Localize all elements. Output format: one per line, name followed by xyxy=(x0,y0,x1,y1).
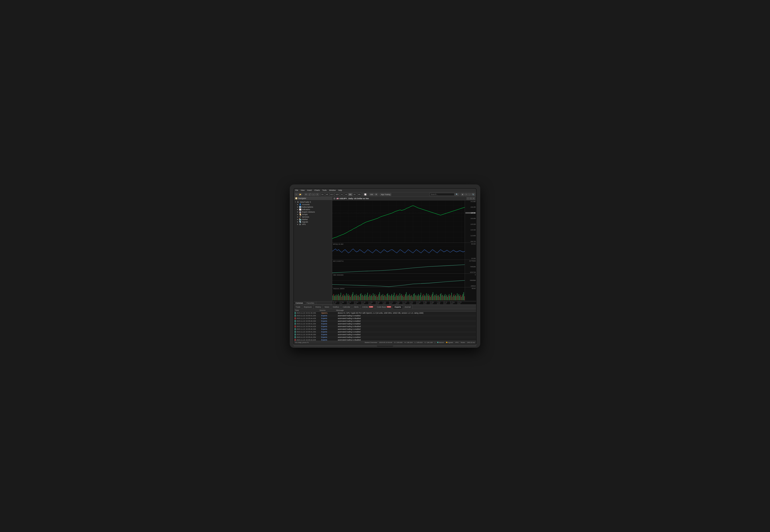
toolbar-compile[interactable]: ⚙ xyxy=(374,193,378,196)
toolbar-zoom-in[interactable]: + xyxy=(465,193,468,196)
svg-rect-71 xyxy=(362,295,363,300)
time-axis-content: 30 Jul 2021 14 Sep 2021 28 Oct 2021 13 D… xyxy=(332,301,464,304)
chart-close-btn[interactable]: × xyxy=(333,197,335,200)
toolbar-tf-h4[interactable]: H4 xyxy=(344,193,348,196)
menu-file[interactable]: File xyxy=(295,189,298,191)
time-label-13: 19 Jan 2023 xyxy=(416,301,423,304)
status-tester[interactable]: Tester xyxy=(461,342,465,343)
toolbar-zoom-out[interactable]: - xyxy=(468,193,471,196)
nav-tab-common[interactable]: Common xyxy=(294,302,305,305)
toolbar-screenshot[interactable]: 📷 xyxy=(471,193,475,196)
toolbar-tf-d1[interactable]: D1 xyxy=(348,193,352,196)
log-source: Experts xyxy=(321,339,338,341)
toolbar-tf-w1[interactable]: W1 xyxy=(353,193,357,196)
toolbar-open[interactable]: 📂 xyxy=(298,193,302,196)
toolbar-linechart[interactable]: 📈 xyxy=(363,193,367,196)
menu-charts[interactable]: Charts xyxy=(314,189,320,191)
toolbar-crosshair[interactable]: ✛ xyxy=(304,193,308,196)
svg-rect-176 xyxy=(447,297,448,300)
term-tab-history[interactable]: History xyxy=(313,305,323,309)
menu-insert[interactable]: Insert xyxy=(307,189,312,191)
market-overview-label[interactable]: Market Overview xyxy=(365,342,377,343)
svg-rect-112 xyxy=(396,295,396,300)
term-tab-alerts[interactable]: Alerts xyxy=(352,305,360,309)
svg-rect-59 xyxy=(353,292,353,300)
term-tab-experts[interactable]: Experts xyxy=(393,305,403,309)
term-tab-journal[interactable]: Journal xyxy=(403,305,413,309)
svg-rect-122 xyxy=(404,297,404,300)
svg-rect-62 xyxy=(355,295,355,300)
toolbar-algo[interactable]: Algo Trading xyxy=(380,193,391,196)
toolbar-tf-mn[interactable]: MN xyxy=(357,193,361,196)
toolbar-search-btn[interactable]: 🔍 xyxy=(455,193,459,196)
navigator-header: 🧭 Navigator xyxy=(294,197,332,200)
nav-item-accounts[interactable]: ▶ 👤 Accounts xyxy=(294,203,332,206)
log-indicator xyxy=(295,323,295,325)
svg-rect-39 xyxy=(336,295,337,300)
log-indicator xyxy=(295,312,295,314)
navigator-title: Navigator xyxy=(298,197,306,199)
svg-rect-66 xyxy=(358,295,359,300)
chart-close-window-btn[interactable]: × xyxy=(473,197,475,200)
nav-item-subscriptions[interactable]: ▶ 📧 Subscriptions xyxy=(294,206,332,208)
term-tab-articles[interactable]: Articles 1195 xyxy=(360,305,375,309)
toolbar-tf-m1[interactable]: M1 xyxy=(321,193,325,196)
menu-tools[interactable]: Tools xyxy=(322,189,326,191)
nav-arrow-ea: ▶ xyxy=(297,211,298,213)
chart-minimize-btn[interactable]: − xyxy=(467,197,469,200)
toolbar-ide[interactable]: IDE xyxy=(369,193,374,196)
terminal-content: Time Source Message 2023.11.22 15:31:30.… xyxy=(294,309,476,341)
log-message: automated trading is disabled xyxy=(338,325,475,327)
svg-rect-126 xyxy=(407,296,408,300)
time-label-16: 2 Jun 2023 xyxy=(437,301,443,304)
toolbar-text[interactable]: T xyxy=(316,193,319,196)
toolbar-new[interactable]: + xyxy=(295,193,298,196)
menu-help[interactable]: Help xyxy=(338,189,342,191)
svg-rect-117 xyxy=(400,293,400,300)
chart-panel-mfi: MFI(8) 33.382 80.000 20.000 xyxy=(332,243,476,260)
nav-item-vps[interactable]: ▶ 🖧 VPS xyxy=(294,223,332,226)
toolbar-grid[interactable]: ⊞ xyxy=(461,193,464,196)
log-indicator xyxy=(295,339,295,341)
toolbar-tf-h1[interactable]: H1 xyxy=(340,193,344,196)
toolbar-line[interactable]: ╱ xyxy=(308,193,311,196)
nav-item-metatrader5[interactable]: ▼ 🖥 MetaTrader 5 xyxy=(294,201,332,203)
status-signals-text[interactable]: Signals xyxy=(448,342,453,343)
nav-item-market[interactable]: ▶ 🏪 Market xyxy=(294,218,332,221)
svg-rect-92 xyxy=(379,292,380,300)
log-indicator xyxy=(295,315,295,317)
term-tab-calendar[interactable]: Calendar xyxy=(341,305,352,309)
log-message: device #1: GPU 'Apple M2 Pro' with OpenC… xyxy=(338,312,475,314)
term-tab-codebase[interactable]: Code Base 7223 xyxy=(375,305,393,309)
toolbar-tf-m15[interactable]: M15 xyxy=(329,193,334,196)
term-tab-news[interactable]: News xyxy=(323,305,331,309)
toolbar-hline[interactable]: — xyxy=(312,193,315,196)
menu-window[interactable]: Window xyxy=(329,189,336,191)
mfi-label: MFI(8) 33.382 xyxy=(333,243,343,245)
toolbar-tf-m5[interactable]: M5 xyxy=(325,193,329,196)
nav-item-expert-advisors[interactable]: ▶ 🤖 Expert Advisors xyxy=(294,211,332,213)
nav-item-signals[interactable]: ▶ 📡 Signals xyxy=(294,221,332,223)
svg-rect-114 xyxy=(397,296,398,300)
articles-badge: 1195 xyxy=(369,306,373,308)
svg-rect-194 xyxy=(462,295,462,300)
toolbar-tf-m30[interactable]: M30 xyxy=(335,193,339,196)
term-tab-exposure[interactable]: Exposure xyxy=(302,305,313,309)
chart-panel-main[interactable]: 141.880 136.265 137.54 130.650 125.035 1… xyxy=(332,200,476,243)
svg-rect-195 xyxy=(463,294,463,300)
status-market-text[interactable]: Market xyxy=(439,342,444,343)
term-tab-mailbox[interactable]: Mailbox xyxy=(331,305,341,309)
menu-view[interactable]: View xyxy=(301,189,305,191)
nav-tab-favorites[interactable]: Favorites xyxy=(305,302,316,305)
svg-rect-75 xyxy=(366,296,366,300)
nav-item-services[interactable]: ▶ ⚙ Services xyxy=(294,216,332,218)
chart-maximize-btn[interactable]: □ xyxy=(470,197,472,200)
nav-item-indicators[interactable]: ▶ 📈 Indicators xyxy=(294,208,332,211)
term-tab-trade[interactable]: Trade xyxy=(294,305,302,309)
log-indicator xyxy=(295,320,295,322)
status-vps[interactable]: VPS xyxy=(455,342,459,343)
search-input[interactable] xyxy=(430,193,455,196)
chart-panel-volume: Volumes 26654 xyxy=(332,287,476,301)
nav-item-scripts[interactable]: ▶ 📜 Scripts xyxy=(294,213,332,216)
svg-rect-138 xyxy=(417,296,417,300)
